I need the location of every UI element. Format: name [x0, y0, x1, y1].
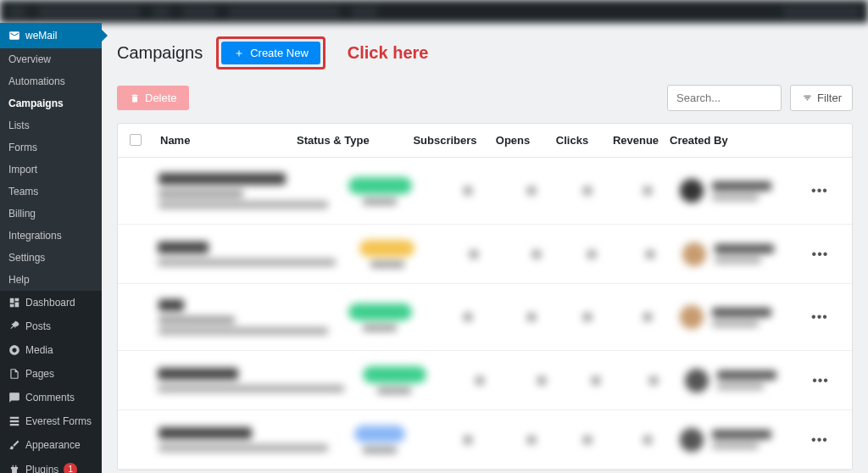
- col-revenue: Revenue: [602, 134, 670, 147]
- more-actions-icon[interactable]: •••: [811, 183, 828, 198]
- col-clicks: Clicks: [542, 134, 602, 147]
- sidebar-sub-import[interactable]: Import: [0, 159, 102, 181]
- status-cell: [344, 366, 445, 394]
- main-content: Campaigns Create New Click here Delete: [102, 23, 868, 473]
- trash-icon: [129, 92, 141, 104]
- sidebar-sub-settings[interactable]: Settings: [0, 247, 102, 269]
- sidebar-item-pages[interactable]: Pages: [0, 362, 102, 386]
- status-cell: [328, 177, 432, 205]
- table-row[interactable]: •••: [118, 351, 852, 410]
- created-by-cell: [685, 369, 813, 392]
- select-all-checkbox[interactable]: [130, 134, 142, 146]
- created-by-cell: [680, 428, 812, 452]
- mail-icon: [8, 30, 20, 42]
- create-button-label: Create New: [250, 47, 309, 59]
- filter-button[interactable]: Filter: [790, 85, 853, 111]
- sidebar-item-media[interactable]: Media: [0, 338, 102, 362]
- sidebar-brand-wemail[interactable]: weMail: [0, 23, 102, 48]
- create-button-highlight: Create New: [216, 36, 326, 70]
- dashboard-icon: [8, 297, 20, 309]
- sidebar-sub-teams[interactable]: Teams: [0, 181, 102, 203]
- comment-icon: [8, 392, 20, 403]
- plugin-icon: [8, 464, 20, 473]
- sidebar-submenu: OverviewAutomationsCampaignsListsFormsIm…: [0, 48, 102, 291]
- status-cell: [328, 426, 432, 454]
- sidebar-sub-forms[interactable]: Forms: [0, 136, 102, 159]
- campaign-name-cell: [159, 173, 328, 209]
- brand-label: weMail: [25, 30, 57, 42]
- created-by-cell: [680, 179, 812, 203]
- filter-button-label: Filter: [817, 92, 842, 104]
- media-icon: [8, 344, 20, 356]
- badge: 1: [64, 463, 77, 473]
- table-row[interactable]: •••: [118, 410, 852, 470]
- search-input[interactable]: [667, 85, 782, 111]
- pin-icon: [8, 320, 20, 332]
- hint-annotation: Click here: [348, 43, 429, 63]
- sidebar-sub-help[interactable]: Help: [0, 269, 102, 291]
- campaign-name-cell: [159, 299, 328, 335]
- appearance-icon: [8, 439, 20, 451]
- table-row[interactable]: •••: [118, 158, 852, 225]
- col-created-by: Created By: [670, 134, 810, 147]
- plus-icon: [233, 47, 245, 59]
- create-new-button[interactable]: Create New: [221, 42, 320, 64]
- delete-button-label: Delete: [145, 92, 177, 104]
- sidebar-item-everest-forms[interactable]: Everest Forms: [0, 409, 102, 433]
- sidebar-item-dashboard[interactable]: Dashboard: [0, 291, 102, 314]
- forms-icon: [8, 415, 20, 427]
- sidebar-sub-lists[interactable]: Lists: [0, 114, 102, 136]
- col-status: Status & Type: [297, 134, 407, 147]
- table-row[interactable]: •••: [118, 225, 852, 284]
- campaigns-table: Name Status & Type Subscribers Opens Cli…: [117, 123, 853, 470]
- more-actions-icon[interactable]: •••: [812, 373, 829, 387]
- delete-button[interactable]: Delete: [117, 86, 189, 110]
- page-title: Campaigns: [117, 43, 203, 63]
- campaign-name-cell: [158, 368, 344, 392]
- sidebar-item-appearance[interactable]: Appearance: [0, 433, 102, 457]
- pages-icon: [8, 368, 20, 380]
- sidebar: weMail OverviewAutomationsCampaignsLists…: [0, 23, 102, 473]
- col-name[interactable]: Name: [160, 134, 297, 147]
- more-actions-icon[interactable]: •••: [811, 309, 828, 324]
- sidebar-sub-automations[interactable]: Automations: [0, 70, 102, 92]
- sidebar-sub-integrations[interactable]: Integrations: [0, 225, 102, 247]
- sidebar-sub-overview[interactable]: Overview: [0, 48, 102, 70]
- more-actions-icon[interactable]: •••: [812, 247, 829, 261]
- sidebar-item-posts[interactable]: Posts: [0, 314, 102, 338]
- sidebar-sub-campaigns[interactable]: Campaigns: [0, 92, 102, 114]
- status-cell: [336, 240, 438, 268]
- campaign-name-cell: [158, 242, 336, 266]
- created-by-cell: [680, 305, 812, 329]
- more-actions-icon[interactable]: •••: [811, 432, 828, 447]
- table-row[interactable]: •••: [118, 284, 852, 351]
- col-subscribers: Subscribers: [407, 134, 483, 147]
- table-header-row: Name Status & Type Subscribers Opens Cli…: [118, 124, 852, 158]
- status-cell: [328, 303, 432, 331]
- created-by-cell: [682, 242, 812, 266]
- sidebar-sub-billing[interactable]: Billing: [0, 203, 102, 225]
- campaign-name-cell: [159, 427, 328, 452]
- sidebar-item-plugins[interactable]: Plugins1: [0, 457, 102, 473]
- admin-topbar: [0, 0, 868, 23]
- filter-icon: [801, 92, 813, 104]
- sidebar-item-comments[interactable]: Comments: [0, 386, 102, 409]
- col-opens: Opens: [483, 134, 542, 147]
